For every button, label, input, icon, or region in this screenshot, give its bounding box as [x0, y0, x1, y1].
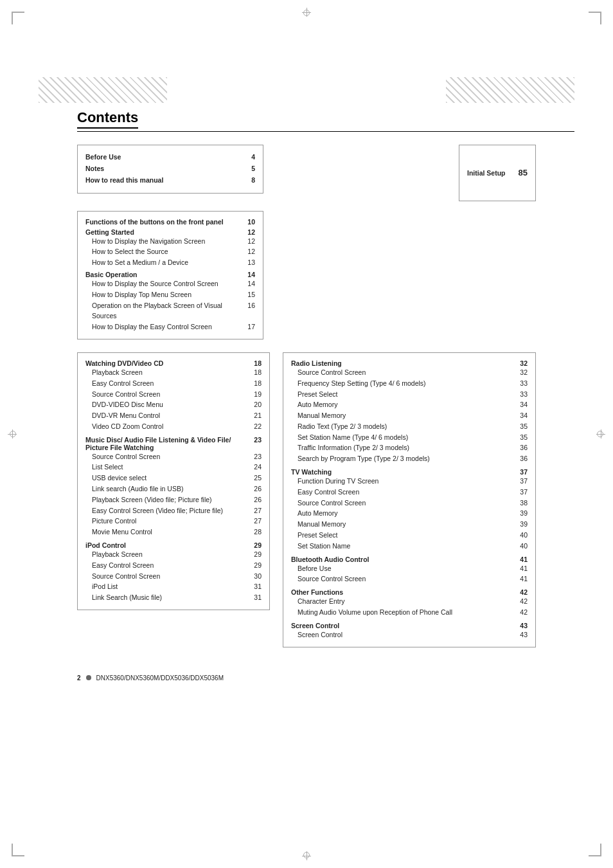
toc-ipod-source-control: Source Control Screen 30	[85, 571, 262, 582]
corner-mark-bl	[12, 844, 24, 856]
toc-dvd-easy-control: Easy Control Screen 18	[85, 378, 262, 389]
toc-tv-auto-memory: Auto Memory 39	[291, 508, 528, 519]
toc-ipod-link-search: Link Search (Music file) 31	[85, 592, 262, 603]
toc-tv-preset-select: Preset Select 40	[291, 530, 528, 541]
getting-started-box: Functions of the buttons on the front pa…	[77, 211, 263, 339]
toc-dvd-disc-menu: DVD-VIDEO Disc Menu 20	[85, 399, 262, 410]
footer-page-number: 2	[77, 674, 81, 682]
toc-picture-control: Picture Control 27	[85, 516, 262, 527]
toc-manual-memory-radio: Manual Memory 34	[291, 410, 528, 421]
title-section: Contents	[39, 109, 574, 132]
toc-display-top-menu: How to Display Top Menu Screen 15	[85, 289, 255, 300]
toc-radio-text: Radio Text (Type 2/ 3 models) 35	[291, 421, 528, 432]
toc-radio-source-control: Source Control Screen 32	[291, 367, 528, 378]
toc-screen-control-sub: Screen Control 43	[291, 629, 528, 640]
left-toc: Watching DVD/Video CD 18 Playback Screen…	[77, 352, 270, 655]
toc-before-use: Before Use 4	[85, 152, 255, 163]
toc-getting-started: Getting Started 12	[85, 228, 255, 236]
toc-traffic-info: Traffic Information (Type 2/ 3 models) 3…	[291, 442, 528, 453]
toc-preset-select-radio: Preset Select 33	[291, 389, 528, 400]
toc-bluetooth: Bluetooth Audio Control 41	[291, 556, 528, 563]
toc-watching-dvd: Watching DVD/Video CD 18	[85, 359, 262, 367]
toc-operation-playback: Operation on the Playback Screen of Visu…	[85, 300, 255, 322]
toc-auto-memory-radio: Auto Memory 34	[291, 399, 528, 410]
right-toc: Radio Listening 32 Source Control Screen…	[283, 352, 536, 655]
toc-freq-step: Frequency Step Setting (Type 4/ 6 models…	[291, 378, 528, 389]
toc-dvd-source-control: Source Control Screen 19	[85, 389, 262, 400]
toc-tv-source-control: Source Control Screen 38	[291, 498, 528, 509]
toc-nav-screen: How to Display the Navigation Screen 12	[85, 236, 255, 247]
toc-music-disc: Music Disc/ Audio File Listening & Video…	[85, 436, 262, 451]
reg-circle-right	[597, 431, 603, 437]
initial-setup-page: 85	[519, 168, 528, 177]
corner-mark-tr	[589, 12, 601, 24]
toc-muting-audio: Muting Audio Volume upon Reception of Ph…	[291, 607, 528, 618]
toc-display-easy-control: How to Display the Easy Control Screen 1…	[85, 321, 255, 332]
reg-circle-top	[303, 10, 310, 16]
toc-movie-menu: Movie Menu Control 28	[85, 527, 262, 538]
toc-music-source-control: Source Control Screen 23	[85, 451, 262, 462]
toc-ipod-playback: Playback Screen 29	[85, 549, 262, 560]
toc-tv-manual-memory: Manual Memory 39	[291, 519, 528, 530]
initial-setup-label: Initial Setup	[467, 169, 506, 177]
toc-ipod: iPod Control 29	[85, 541, 262, 549]
toc-tv: TV Watching 37	[291, 468, 528, 476]
footer: 2 DNX5360/DNX5360M/DDX5036/DDX5036M	[39, 674, 574, 682]
toc-basic-operation: Basic Operation 14	[85, 271, 255, 278]
toc-functions: Functions of the buttons on the front pa…	[85, 218, 255, 226]
toc-notes: Notes 5	[85, 163, 255, 175]
toc-tv-set-station: Set Station Name 40	[291, 541, 528, 552]
toc-how-to-read: How to read this manual 8	[85, 175, 255, 186]
top-toc-box: Before Use 4 Notes 5 How to read this ma…	[77, 145, 263, 194]
toc-dvd-playback: Playback Screen 18	[85, 367, 262, 378]
page-wrapper: Contents Before Use 4 Notes 5 How to rea…	[0, 0, 613, 868]
toc-screen-control: Screen Control 43	[291, 622, 528, 629]
toc-char-entry: Character Entry 42	[291, 596, 528, 607]
radio-box: Radio Listening 32 Source Control Screen…	[283, 352, 536, 647]
toc-bt-source-control: Source Control Screen 41	[291, 574, 528, 584]
toc-dvd-vr-menu: DVD-VR Menu Control 21	[85, 410, 262, 421]
reg-circle-left	[10, 431, 16, 437]
footer-model: DNX5360/DNX5360M/DDX5036/DDX5036M	[96, 674, 224, 682]
toc-playback-screen-video: Playback Screen (Video file; Picture fil…	[85, 494, 262, 505]
toc-set-medium: How to Set a Medium / a Device 13	[85, 257, 255, 268]
toc-list-select: List Select 24	[85, 462, 262, 473]
toc-usb-device: USB device select 25	[85, 473, 262, 484]
diagonal-pattern-right	[446, 77, 574, 103]
toc-ipod-easy-control: Easy Control Screen 29	[85, 560, 262, 571]
page-title: Contents	[77, 109, 138, 129]
initial-setup-box: Initial Setup 85	[459, 145, 536, 201]
toc-other-functions: Other Functions 42	[291, 588, 528, 596]
toc-vcd-zoom: Video CD Zoom Control 22	[85, 421, 262, 432]
watching-dvd-box: Watching DVD/Video CD 18 Playback Screen…	[77, 352, 270, 610]
toc-search-program-type: Search by Program Type (Type 2/ 3 models…	[291, 453, 528, 464]
toc-tv-easy-control: Easy Control Screen 37	[291, 487, 528, 498]
toc-select-source: How to Select the Source 12	[85, 246, 255, 257]
second-row: Watching DVD/Video CD 18 Playback Screen…	[39, 352, 574, 655]
toc-link-search-audio: Link search (Audio file in USB) 26	[85, 484, 262, 494]
reg-circle-bottom	[303, 852, 310, 858]
diagonal-pattern-left	[39, 77, 167, 103]
toc-radio: Radio Listening 32	[291, 359, 528, 367]
toc-ipod-list: iPod List 31	[85, 581, 262, 592]
corner-mark-tl	[12, 12, 24, 24]
corner-mark-br	[589, 844, 601, 856]
toc-bt-before-use: Before Use 41	[291, 563, 528, 574]
toc-easy-control-video: Easy Control Screen (Video file; Picture…	[85, 505, 262, 516]
toc-display-source-control: How to Display the Source Control Screen…	[85, 278, 255, 289]
toc-tv-function: Function During TV Screen 37	[291, 476, 528, 487]
toc-set-station-name-radio: Set Station Name (Type 4/ 6 models) 35	[291, 432, 528, 443]
footer-bullet	[86, 675, 91, 680]
